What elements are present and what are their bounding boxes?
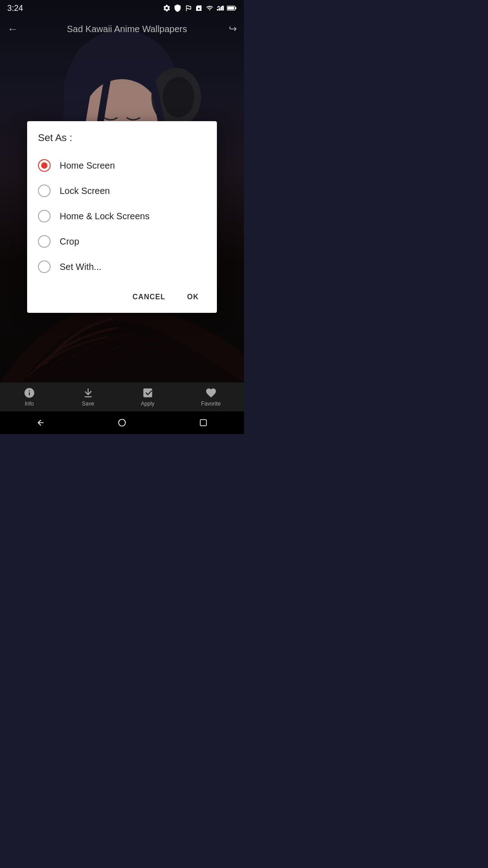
option-home-lock-screens[interactable]: Home & Lock Screens (38, 203, 206, 229)
option-home-screen-label: Home Screen (60, 160, 115, 171)
option-home-lock-screens-label: Home & Lock Screens (60, 211, 150, 222)
dialog-backdrop: Set As : Home Screen Lock Screen Home & … (0, 0, 244, 434)
set-as-dialog: Set As : Home Screen Lock Screen Home & … (27, 121, 217, 313)
radio-home-screen[interactable] (38, 159, 51, 172)
option-set-with-label: Set With... (60, 262, 101, 272)
ok-button[interactable]: OK (180, 288, 206, 306)
radio-crop[interactable] (38, 235, 51, 248)
option-home-screen[interactable]: Home Screen (38, 153, 206, 178)
dialog-actions: CANCEL OK (38, 288, 206, 306)
dialog-title: Set As : (38, 132, 206, 144)
radio-inner-home-screen (41, 162, 47, 169)
radio-lock-screen[interactable] (38, 184, 51, 197)
radio-home-lock-screens[interactable] (38, 210, 51, 222)
option-lock-screen[interactable]: Lock Screen (38, 178, 206, 203)
cancel-button[interactable]: CANCEL (125, 288, 173, 306)
option-set-with[interactable]: Set With... (38, 254, 206, 279)
option-crop-label: Crop (60, 236, 79, 247)
option-crop[interactable]: Crop (38, 229, 206, 254)
radio-set-with[interactable] (38, 260, 51, 273)
option-lock-screen-label: Lock Screen (60, 186, 110, 196)
